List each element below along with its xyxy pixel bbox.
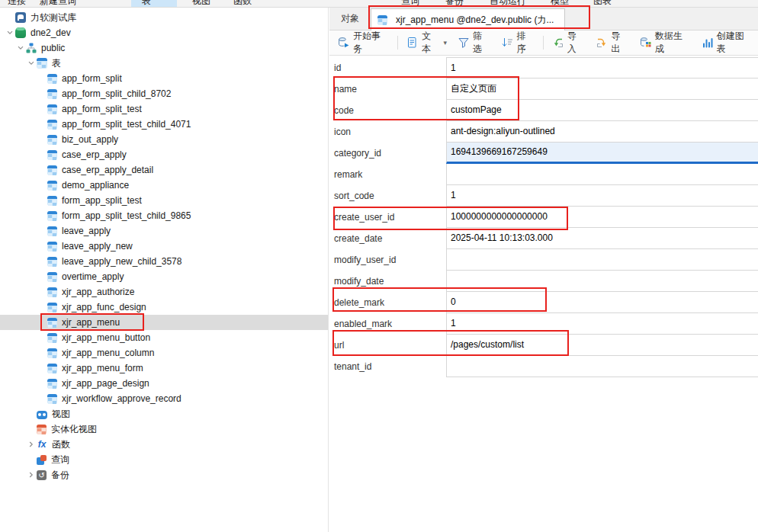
chevron-spacer <box>37 348 47 358</box>
chevron-down-icon[interactable] <box>15 43 26 53</box>
main-toolbar-item-4[interactable]: 视图 <box>192 0 210 8</box>
tree-item-app_form_split_test_child_4071[interactable]: app_form_split_test_child_4071 <box>0 117 328 132</box>
tree-item-xjr_app_menu_button[interactable]: xjr_app_menu_button <box>0 330 328 345</box>
tree-item-leave_apply[interactable]: leave_apply <box>0 223 328 239</box>
field-row-id: id1 <box>329 57 758 79</box>
tree-item-视图[interactable]: 视图 <box>0 406 328 421</box>
chevron-spacer <box>37 104 47 114</box>
field-value-category_id[interactable]: 1694139669167259649 <box>446 143 758 164</box>
text-view-button[interactable]: 文本▾ <box>401 27 452 58</box>
tree-item-demo_appliance[interactable]: demo_appliance <box>0 178 328 193</box>
main-toolbar-item-3[interactable]: 表 <box>142 0 151 8</box>
toolbar-button-label: 创建图表 <box>717 30 753 56</box>
tree-item-xjr_app_func_design[interactable]: xjr_app_func_design <box>0 300 328 315</box>
chevron-spacer <box>37 226 47 236</box>
tree-item-app_form_split_test[interactable]: app_form_split_test <box>0 101 328 117</box>
field-value-remark[interactable] <box>446 164 758 185</box>
tree-item-xjr_app_authorize[interactable]: xjr_app_authorize <box>0 284 328 300</box>
field-value-create_date[interactable]: 2025-04-11 10:13:03.000 <box>446 228 758 249</box>
tree-item-app_form_split_child_8702[interactable]: app_form_split_child_8702 <box>0 86 328 101</box>
tree-item-xjr_workflow_approve_record[interactable]: xjr_workflow_approve_record <box>0 391 328 406</box>
tree-item-label: form_app_split_test <box>62 195 142 206</box>
tab-active-table[interactable]: xjr_app_menu @dne2_dev.public (力... <box>371 8 565 30</box>
toolbar-button-label: 开始事务 <box>353 30 389 56</box>
main-toolbar-item-7[interactable]: 备份 <box>445 0 464 8</box>
main-toolbar-item-8[interactable]: 自动运行 <box>490 0 526 8</box>
field-value-create_user_id[interactable]: 1000000000000000000 <box>446 207 758 228</box>
field-name-modify_date: modify_date <box>329 271 446 292</box>
begin-transaction-button[interactable]: 开始事务 <box>332 27 394 58</box>
field-name-url: url <box>329 335 446 356</box>
main-toolbar-item-6[interactable]: 查询 <box>401 0 419 8</box>
sort-button[interactable]: 排序 <box>496 27 539 58</box>
table-icon <box>47 394 57 404</box>
filter-button[interactable]: 筛选 <box>452 27 496 58</box>
main-toolbar-item-2[interactable]: 新建查询 <box>40 0 76 8</box>
chevron-down-icon[interactable] <box>5 27 15 38</box>
tree-item-dne2_dev[interactable]: dne2_dev <box>0 25 328 40</box>
tree-item-实体化视图[interactable]: 实体化视图 <box>0 421 328 437</box>
table-icon <box>47 104 57 114</box>
import-button[interactable]: 导入 <box>547 27 590 58</box>
tree-item-public[interactable]: public <box>0 40 328 56</box>
postgresql-icon <box>15 12 26 23</box>
field-name-create_date: create_date <box>329 228 446 249</box>
tree-item-xjr_app_menu_column[interactable]: xjr_app_menu_column <box>0 345 328 361</box>
field-value-enabled_mark[interactable]: 1 <box>446 313 758 335</box>
tree-item-overtime_apply[interactable]: overtime_apply <box>0 269 328 284</box>
main-toolbar-item-1[interactable]: 连接 <box>8 0 26 8</box>
field-value-delete_mark[interactable]: 0 <box>446 292 758 313</box>
tree-item-xjr_app_menu[interactable]: xjr_app_menu <box>0 315 328 330</box>
tree-item-case_erp_apply_detail[interactable]: case_erp_apply_detail <box>0 162 328 178</box>
table-icon <box>47 348 57 358</box>
tree-item-备份[interactable]: ↺备份 <box>0 467 328 482</box>
main-toolbar-item-5[interactable]: 函数 <box>233 0 252 8</box>
export-button[interactable]: 导出 <box>590 27 634 58</box>
tree-item-biz_out_apply[interactable]: biz_out_apply <box>0 132 328 147</box>
create-chart-button[interactable]: 创建图表 <box>696 27 758 58</box>
toolbar-button-label: 筛选 <box>473 30 490 56</box>
field-value-tenant_id[interactable] <box>446 356 758 377</box>
sort-icon <box>501 37 513 49</box>
tree-item-form_app_split_test[interactable]: form_app_split_test <box>0 193 328 208</box>
tab-objects[interactable]: 对象 <box>329 8 371 30</box>
tree-item-xjr_app_menu_form[interactable]: xjr_app_menu_form <box>0 361 328 376</box>
field-value-code[interactable]: customPage <box>446 100 758 121</box>
tree-item-label: public <box>41 43 65 53</box>
tree-item-leave_apply_new[interactable]: leave_apply_new <box>0 239 328 254</box>
chevron-spacer <box>37 73 47 84</box>
chevron-right-icon[interactable] <box>26 470 37 480</box>
tree-item-label: demo_appliance <box>62 180 129 191</box>
object-tree-panel[interactable]: 力软测试库dne2_devpublic表app_form_splitapp_fo… <box>0 8 329 532</box>
field-value-modify_date[interactable] <box>446 271 758 292</box>
field-value-icon[interactable]: ant-design:aliyun-outlined <box>446 121 758 143</box>
field-name-category_id: category_id <box>329 143 446 164</box>
tree-item-xjr_app_page_design[interactable]: xjr_app_page_design <box>0 376 328 391</box>
tree-item-label: case_erp_apply <box>62 149 127 160</box>
tree-item-case_erp_apply[interactable]: case_erp_apply <box>0 147 328 162</box>
dropdown-caret-icon[interactable]: ▾ <box>443 39 447 46</box>
main-toolbar-item-9[interactable]: 模型 <box>551 0 569 8</box>
chevron-right-icon[interactable] <box>26 439 37 450</box>
tree-item-查询[interactable]: 查询 <box>0 452 328 467</box>
tree-item-form_app_split_test_child_9865[interactable]: form_app_split_test_child_9865 <box>0 208 328 223</box>
field-value-modify_user_id[interactable] <box>446 249 758 271</box>
main-toolbar-item-10[interactable]: 图表 <box>593 0 612 8</box>
data-generation-button[interactable]: 数据生成 <box>634 27 696 58</box>
field-value-url[interactable]: /pages/custom/list <box>446 335 758 356</box>
field-row-category_id: category_id1694139669167259649 <box>329 143 758 164</box>
field-value-name[interactable]: 自定义页面 <box>446 79 758 100</box>
table-icon <box>47 135 57 145</box>
tree-item-函数[interactable]: fx函数 <box>0 437 328 452</box>
table-icon <box>47 287 57 297</box>
chevron-spacer <box>26 454 37 465</box>
tree-item-app_form_split[interactable]: app_form_split <box>0 71 328 86</box>
main-toolbar-clipped[interactable]: 连接新建查询表视图函数查询备份自动运行模型图表 <box>0 0 758 8</box>
field-value-sort_code[interactable]: 1 <box>446 185 758 207</box>
tree-item-力软测试库[interactable]: 力软测试库 <box>0 10 328 25</box>
chevron-down-icon[interactable] <box>26 58 37 69</box>
field-value-id[interactable]: 1 <box>446 57 758 79</box>
data-generation-icon <box>640 37 652 49</box>
tree-item-leave_apply_new_child_3578[interactable]: leave_apply_new_child_3578 <box>0 254 328 269</box>
tree-item-表[interactable]: 表 <box>0 56 328 71</box>
